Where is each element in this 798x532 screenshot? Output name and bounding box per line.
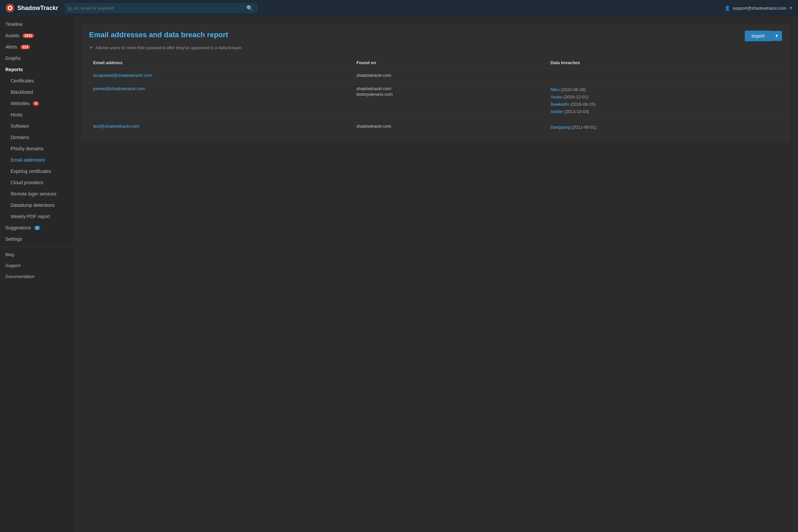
table-row: pwned@shadowtrackr.comshadowtrackr.comte…: [89, 82, 782, 120]
breach-link[interactable]: Dangdang: [550, 125, 570, 130]
email-link-1[interactable]: pwned@shadowtrackr.com: [93, 86, 145, 91]
notice-text: Advise users to reset their password aft…: [95, 45, 243, 50]
breach-link[interactable]: Youku: [550, 94, 562, 99]
sidebar-item-suggestions[interactable]: Suggestions2: [0, 222, 73, 233]
sidebar-item-expiring_certs[interactable]: Expiring certificates: [0, 166, 73, 177]
badge-alerts: 213: [21, 45, 30, 49]
sidebar-item-label-alerts: Alerts: [5, 44, 17, 50]
sidebar-item-label-timeline: Timeline: [5, 22, 23, 27]
breach-date: (2016-08-15): [569, 102, 595, 107]
breach-entry: Nitro (2020-09-28): [550, 86, 778, 93]
sidebar-item-cloud_providers[interactable]: Cloud providers: [0, 177, 73, 188]
breach-link[interactable]: Adobe: [550, 109, 563, 114]
sidebar-item-timeline[interactable]: Timeline: [0, 19, 73, 30]
breach-entry: GeekedIn (2016-08-15): [550, 101, 778, 108]
search-input[interactable]: [68, 3, 245, 13]
sidebar-item-label-certificates: Certificates: [11, 78, 34, 83]
sidebar: TimelineAssets2441Alerts213GraphsReports…: [0, 16, 73, 532]
col-header-breaches: Data breaches: [546, 57, 782, 69]
sidebar-item-label-email_addresses: Email addresses: [11, 157, 45, 163]
sidebar-item-label-websites: Websites: [11, 101, 30, 106]
sidebar-item-label-domains: Domains: [11, 135, 29, 140]
sidebar-item-label-settings: Settings: [5, 236, 22, 242]
breach-entry: Youku (2016-12-01): [550, 93, 778, 101]
sidebar-item-alerts[interactable]: Alerts213: [0, 41, 73, 53]
sidebar-item-label-hosts: Hosts: [11, 112, 23, 117]
table-header-row: Email address Found on Data breaches: [89, 57, 782, 69]
sidebar-item-domains[interactable]: Domains: [0, 132, 73, 143]
breach-date: (2016-12-01): [562, 94, 589, 99]
sidebar-item-label-cloud_providers: Cloud providers: [11, 180, 43, 185]
email-link-2[interactable]: test@shadowtrackr.com: [93, 124, 139, 129]
sidebar-item-label-reports: Reports: [5, 67, 23, 72]
sidebar-item-label-blacklisted: Blacklisted: [11, 90, 33, 95]
main-layout: TimelineAssets2441Alerts213GraphsReports…: [0, 16, 798, 532]
sidebar-item-hosts[interactable]: Hosts: [0, 109, 73, 120]
col-header-found: Found on: [353, 57, 547, 69]
badge-suggestions: 2: [34, 226, 40, 230]
table-row: test@shadowtrackr.comshadowtrackr.comDan…: [89, 120, 782, 135]
table-row: scrapetest@shadowtrackr.comshadowtrackr.…: [89, 69, 782, 82]
sidebar-item-software[interactable]: Software: [0, 120, 73, 132]
breach-link[interactable]: Nitro: [550, 87, 559, 92]
sidebar-item-label-graphs: Graphs: [5, 56, 21, 61]
sidebar-item-remote_login[interactable]: Remote login services: [0, 188, 73, 200]
badge-websites: 4: [33, 101, 39, 106]
sidebar-item-label-remote_login: Remote login services: [11, 191, 57, 196]
found-on-site: shadowtrackr.com: [357, 86, 543, 91]
breach-link[interactable]: GeekedIn: [550, 102, 569, 107]
sidebar-bottom-support[interactable]: Support: [0, 260, 73, 271]
content-area: Email addresses and data breach report e…: [73, 16, 798, 532]
export-button[interactable]: export: [745, 31, 771, 41]
sidebar-item-settings[interactable]: Settings: [0, 233, 73, 245]
report-title: Email addresses and data breach report: [89, 31, 228, 39]
found-on-site: shadowtrackr.com: [357, 124, 543, 129]
breach-entry: Adobe (2013-10-04): [550, 108, 778, 115]
breach-date: (2020-09-28): [559, 87, 586, 92]
col-header-email: Email address: [89, 57, 353, 69]
sidebar-item-email_addresses[interactable]: Email addresses: [0, 154, 73, 166]
sidebar-item-blacklisted[interactable]: Blacklisted: [0, 87, 73, 98]
export-group: export ▼: [745, 31, 782, 41]
report-header: Email addresses and data breach report e…: [89, 31, 782, 41]
sidebar-item-label-software: Software: [11, 124, 29, 129]
sidebar-item-phishy_domains[interactable]: Phishy domains: [0, 143, 73, 154]
user-email: support@shadowtrackr.com: [733, 6, 786, 11]
logo[interactable]: ShadowTrackr: [5, 3, 58, 13]
sidebar-item-assets[interactable]: Assets2441: [0, 30, 73, 41]
sidebar-item-weekly_pdf[interactable]: Weekly PDF report: [0, 211, 73, 222]
report-notice: ▼ Advise users to reset their password a…: [89, 45, 782, 50]
export-dropdown-button[interactable]: ▼: [771, 31, 782, 41]
sidebar-item-datadump[interactable]: Datadump detections: [0, 200, 73, 211]
breach-date: (2011-06-01): [570, 125, 596, 130]
sidebar-item-label-weekly_pdf: Weekly PDF report: [11, 214, 50, 219]
sidebar-bottom-blog[interactable]: Blog: [0, 249, 73, 260]
user-icon: 👤: [724, 5, 730, 11]
sidebar-item-graphs[interactable]: Graphs: [0, 53, 73, 64]
svg-point-2: [9, 7, 11, 9]
breach-date: (2013-10-04): [563, 109, 589, 114]
sidebar-item-label-phishy_domains: Phishy domains: [11, 146, 43, 151]
email-link-0[interactable]: scrapetest@shadowtrackr.com: [93, 73, 152, 78]
search-container: 🔍: [65, 3, 258, 13]
sidebar-item-label-assets: Assets: [5, 33, 19, 38]
sidebar-bottom-documentation[interactable]: Documentation: [0, 271, 73, 282]
found-on-site: shadowtrackr.com: [357, 73, 543, 78]
report-card: Email addresses and data breach report e…: [81, 24, 790, 141]
user-area: 👤 support@shadowtrackr.com ▼: [724, 5, 793, 11]
badge-assets: 2441: [23, 34, 34, 38]
sidebar-item-reports[interactable]: Reports: [0, 64, 73, 75]
search-button[interactable]: 🔍: [245, 4, 254, 13]
breach-entry: Dangdang (2011-06-01): [550, 124, 778, 131]
topbar: ShadowTrackr 🔍 👤 support@shadowtrackr.co…: [0, 0, 798, 16]
sidebar-item-label-expiring_certs: Expiring certificates: [11, 169, 51, 174]
notice-icon: ▼: [89, 45, 93, 50]
sidebar-item-label-suggestions: Suggestions: [5, 225, 31, 230]
logo-icon: [5, 3, 15, 13]
found-on-site: testmyservers.com: [357, 92, 543, 97]
email-breach-table: Email address Found on Data breaches scr…: [89, 57, 782, 135]
user-dropdown-arrow[interactable]: ▼: [789, 6, 793, 10]
sidebar-item-websites[interactable]: Websites4: [0, 98, 73, 109]
logo-text: ShadowTrackr: [17, 5, 58, 12]
sidebar-item-certificates[interactable]: Certificates: [0, 75, 73, 87]
